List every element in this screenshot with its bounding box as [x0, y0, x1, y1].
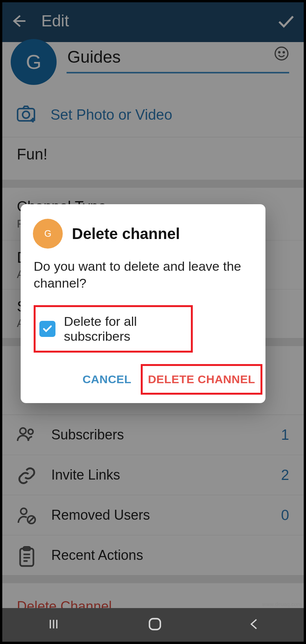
dialog-title: Delete channel: [72, 225, 180, 242]
dialog-body: Do you want to delete and leave the chan…: [21, 249, 265, 305]
delete-channel-confirm-button[interactable]: DELETE CHANNEL: [143, 367, 260, 392]
home-nav-icon[interactable]: [148, 617, 162, 633]
dialog-avatar: G: [33, 219, 63, 249]
system-navbar: [2, 608, 304, 642]
screen: Edit G Set Photo or Video Fun! Channe: [0, 0, 306, 644]
watermark: www.deuaq.com: [262, 601, 301, 607]
checkbox-label: Delete for all subscribers: [64, 314, 191, 344]
svg-rect-11: [150, 619, 161, 630]
back-nav-icon[interactable]: [248, 618, 260, 632]
recents-nav-icon[interactable]: [46, 618, 62, 632]
delete-for-all-checkbox[interactable]: Delete for all subscribers: [34, 305, 193, 353]
delete-dialog: G Delete channel Do you want to delete a…: [21, 204, 265, 403]
cancel-button[interactable]: CANCEL: [76, 366, 138, 393]
checkbox-checked-icon: [39, 321, 55, 337]
